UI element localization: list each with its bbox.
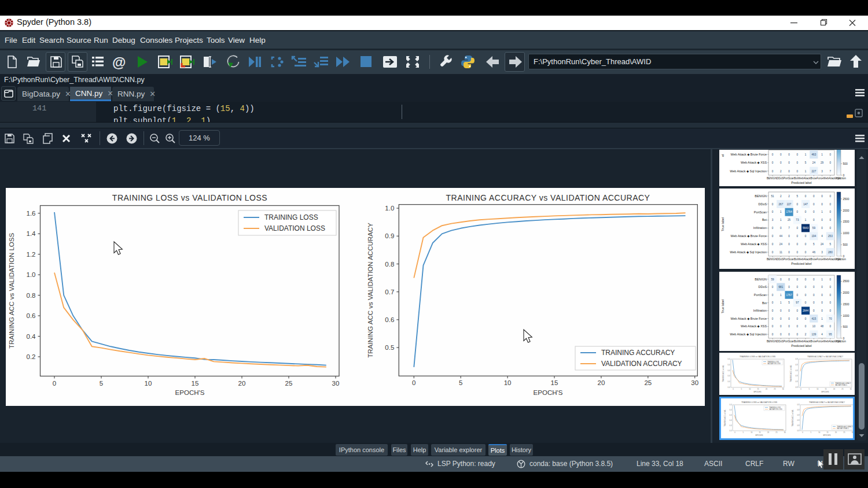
svg-text:0: 0 (772, 309, 774, 312)
svg-text:BENIGNDDoSPortScanBotWebAttack: BENIGNDDoSPortScanBotWebAttackBruteForce… (767, 340, 841, 343)
svg-text:0: 0 (830, 227, 832, 230)
svg-text:3: 3 (821, 170, 823, 173)
svg-text:0: 0 (805, 325, 807, 328)
svg-text:2: 2 (805, 333, 807, 336)
svg-text:0: 0 (797, 309, 799, 312)
svg-text:25: 25 (774, 388, 776, 390)
svg-text:0: 0 (788, 309, 790, 312)
svg-text:TRAINING ACC vs VAL: TRAINING ACC vs VAL (724, 409, 726, 427)
svg-text:0: 0 (780, 227, 782, 230)
svg-text:el: el (721, 154, 724, 157)
svg-text:0: 0 (772, 227, 774, 230)
svg-text:0: 0 (53, 380, 56, 387)
svg-text:7: 7 (830, 170, 832, 173)
svg-text:TRAINING LOSS: TRAINING LOSS (264, 213, 318, 221)
svg-text:0: 0 (412, 379, 415, 386)
svg-text:0.8: 0.8 (796, 364, 798, 366)
svg-text:681: 681 (779, 286, 784, 289)
svg-text:TRAINING ACCURACY vs VALIDATIO: TRAINING ACCURACY vs VALIDATION ACCURACY (446, 193, 650, 202)
svg-text:0: 0 (797, 227, 799, 230)
svg-text:0: 0 (772, 325, 774, 328)
svg-text:0: 0 (772, 317, 774, 320)
svg-text:Injection: Injection (836, 177, 846, 180)
svg-text:5: 5 (813, 243, 815, 246)
svg-text:0.6: 0.6 (385, 316, 394, 323)
svg-text:EPOCH'S: EPOCH'S (753, 391, 761, 393)
svg-text:5: 5 (459, 379, 462, 386)
svg-text:0: 0 (830, 301, 832, 304)
svg-text:Web Attack ◆ XSS: Web Attack ◆ XSS (741, 161, 767, 164)
svg-text:TRAINING ACC vs VALIDATION LOS: TRAINING ACC vs VALIDATION LOSS (8, 233, 15, 349)
svg-text:0: 0 (788, 235, 790, 238)
svg-text:1.6: 1.6 (27, 210, 36, 217)
svg-text:1: 1 (821, 317, 823, 320)
svg-text:0.8: 0.8 (27, 292, 36, 299)
svg-text:0: 0 (788, 278, 790, 281)
svg-text:PortScan: PortScan (754, 293, 767, 297)
svg-text:0.8: 0.8 (797, 409, 800, 411)
svg-text:EPOCH'S: EPOCH'S (823, 434, 830, 437)
svg-text:True label: True label (721, 300, 724, 313)
svg-text:0.8: 0.8 (797, 404, 800, 406)
svg-text:0: 0 (805, 251, 807, 254)
svg-text:139: 139 (812, 333, 816, 336)
svg-text:5: 5 (100, 380, 103, 387)
svg-text:20: 20 (766, 388, 768, 390)
svg-text:EPOCH'S: EPOCH'S (534, 389, 563, 396)
svg-text:10: 10 (749, 388, 751, 390)
svg-text:0.4: 0.4 (730, 430, 732, 432)
svg-text:0.4: 0.4 (728, 380, 730, 383)
svg-text:Web Attack ◆ Brute Force: Web Attack ◆ Brute Force (731, 153, 767, 156)
svg-text:0: 0 (805, 210, 807, 213)
svg-text:TRAINING ACC vs VAL: TRAINING ACC vs VAL (792, 409, 794, 427)
svg-text:0.4: 0.4 (728, 375, 730, 377)
svg-text:59: 59 (812, 227, 816, 230)
svg-text:Web Attack ◆ Brute Force: Web Attack ◆ Brute Force (731, 317, 767, 320)
svg-text:Injection: Injection (836, 340, 846, 343)
svg-text:1.0: 1.0 (27, 271, 36, 278)
svg-text:1: 1 (805, 153, 807, 156)
svg-text:0: 0 (830, 278, 832, 281)
svg-text:0.8: 0.8 (796, 380, 798, 383)
svg-text:TRAINING ACCURACY vs VALIDATIO: TRAINING ACCURACY vs VALIDATION ACCURACY (807, 356, 844, 358)
svg-text:0: 0 (797, 286, 799, 289)
svg-text:EPOCH'S: EPOCH'S (755, 434, 763, 437)
svg-text:0.2: 0.2 (27, 353, 36, 360)
svg-text:253: 253 (828, 235, 833, 238)
svg-text:0.4: 0.4 (27, 333, 36, 340)
svg-text:0: 0 (813, 203, 815, 206)
svg-text:1764: 1764 (786, 210, 792, 213)
svg-text:0: 0 (772, 294, 774, 297)
svg-text:0: 0 (821, 219, 823, 221)
svg-text:Web Attack ◆ Sql Injection: Web Attack ◆ Sql Injection (730, 332, 767, 336)
svg-text:TRAINING ACC vs VAL: TRAINING ACC vs VAL (790, 365, 792, 382)
svg-text:TRAINING LOSS vs VALIDATION LO: TRAINING LOSS vs VALIDATION LOSS (741, 401, 777, 404)
svg-text:DDoS: DDoS (759, 202, 767, 206)
svg-text:0: 0 (788, 251, 790, 254)
svg-text:10: 10 (751, 431, 753, 434)
svg-text:BENIGN: BENIGN (755, 194, 767, 198)
svg-text:0: 0 (780, 309, 782, 312)
svg-text:25: 25 (841, 388, 844, 390)
svg-text:0: 0 (788, 286, 790, 289)
svg-text:Web Attack ◆ XSS: Web Attack ◆ XSS (741, 324, 767, 328)
svg-text:1.2: 1.2 (27, 251, 36, 258)
svg-text:194: 194 (812, 235, 816, 238)
svg-text:0: 0 (830, 210, 832, 213)
svg-text:1: 1 (821, 278, 823, 281)
svg-text:25: 25 (788, 219, 791, 221)
svg-text:0: 0 (780, 325, 782, 328)
svg-text:15: 15 (825, 388, 827, 390)
svg-text:TRAINING ACCURACY vs VALIDATIO: TRAINING ACCURACY vs VALIDATION ACCURACY (809, 401, 845, 404)
svg-text:1: 1 (780, 301, 782, 304)
svg-text:0: 0 (772, 301, 774, 304)
svg-text:1500: 1500 (843, 302, 849, 306)
svg-text:0: 0 (813, 195, 815, 198)
svg-text:1.4: 1.4 (27, 230, 36, 237)
svg-text:0.4: 0.4 (728, 364, 730, 366)
svg-text:10: 10 (145, 380, 152, 387)
svg-text:227: 227 (812, 170, 816, 173)
svg-text:15: 15 (757, 388, 760, 390)
svg-text:0: 0 (813, 278, 815, 281)
svg-text:0.8: 0.8 (796, 386, 798, 389)
